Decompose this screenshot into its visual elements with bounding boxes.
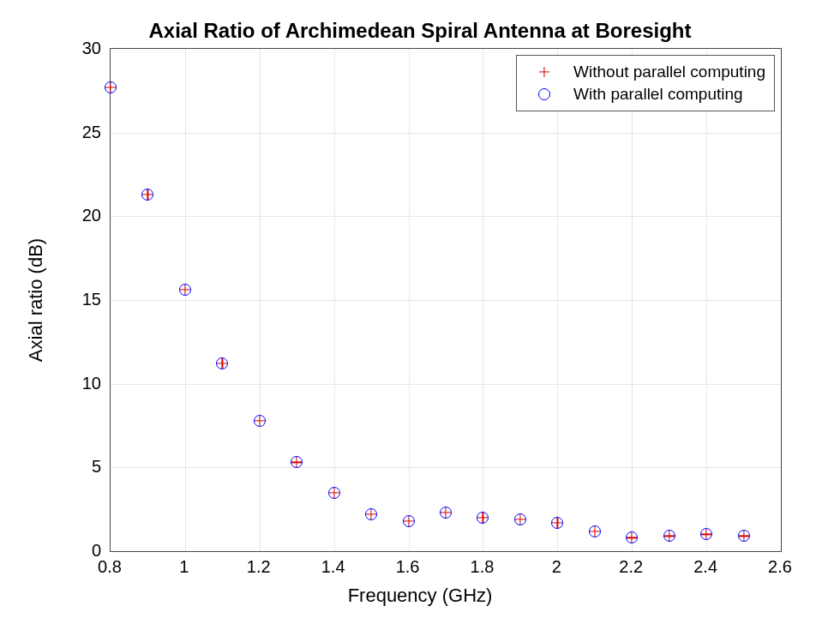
data-marker-circle xyxy=(514,513,526,525)
x-tick-label: 0.8 xyxy=(98,557,122,577)
x-tick-label: 2.2 xyxy=(619,557,643,577)
x-tick-label: 2.4 xyxy=(693,557,717,577)
y-tick-label: 30 xyxy=(82,39,101,58)
x-tick-label: 2 xyxy=(552,557,561,577)
legend-label: Without parallel computing xyxy=(573,63,765,81)
y-tick-label: 25 xyxy=(82,122,101,141)
x-axis-label: Frequency (GHz) xyxy=(0,585,840,607)
legend-label: With parallel computing xyxy=(573,85,742,104)
legend-entry: With parallel computing xyxy=(524,83,765,105)
figure: Axial Ratio of Archimedean Spiral Antenn… xyxy=(0,0,840,630)
grid-line xyxy=(111,384,781,385)
circle-icon xyxy=(524,86,565,103)
y-tick-label: 0 xyxy=(92,541,101,561)
x-tick-label: 1.6 xyxy=(396,557,420,577)
data-marker-plus xyxy=(291,457,302,467)
y-tick-label: 10 xyxy=(82,373,101,393)
y-axis-label: Axial ratio (dB) xyxy=(25,238,47,362)
data-marker-plus xyxy=(664,531,675,541)
data-marker-circle xyxy=(105,81,117,93)
y-tick-label: 15 xyxy=(82,290,101,309)
data-marker-circle xyxy=(141,189,153,201)
data-marker-circle xyxy=(440,507,452,519)
x-tick-label: 2.6 xyxy=(768,557,792,577)
x-tick-label: 1 xyxy=(179,557,189,577)
x-tick-label: 1.2 xyxy=(247,557,271,577)
x-tick-label: 1.4 xyxy=(321,557,345,577)
y-tick-label: 5 xyxy=(92,457,101,477)
data-marker-plus xyxy=(441,507,451,518)
y-tick-label: 20 xyxy=(82,206,101,225)
grid-line xyxy=(111,216,781,217)
data-marker-circle xyxy=(663,530,675,542)
data-marker-plus xyxy=(105,82,116,93)
data-marker-circle xyxy=(365,508,377,520)
data-marker-plus xyxy=(739,531,749,541)
legend: Without parallel computing With parallel… xyxy=(516,55,775,111)
data-marker-plus xyxy=(515,514,525,525)
grid-line xyxy=(111,300,781,301)
plot-area xyxy=(110,48,782,552)
legend-entry: Without parallel computing xyxy=(524,61,765,83)
data-marker-circle xyxy=(589,525,601,537)
plus-icon xyxy=(524,63,565,81)
chart-title: Axial Ratio of Archimedean Spiral Antenn… xyxy=(0,19,840,43)
x-tick-label: 1.8 xyxy=(471,557,495,577)
data-marker-circle xyxy=(216,357,228,369)
data-marker-circle xyxy=(738,530,750,542)
grid-line xyxy=(111,133,781,134)
data-marker-plus xyxy=(217,358,227,369)
grid-line xyxy=(111,467,781,468)
data-marker-plus xyxy=(142,189,153,200)
data-marker-plus xyxy=(366,509,376,519)
data-marker-plus xyxy=(590,526,600,537)
